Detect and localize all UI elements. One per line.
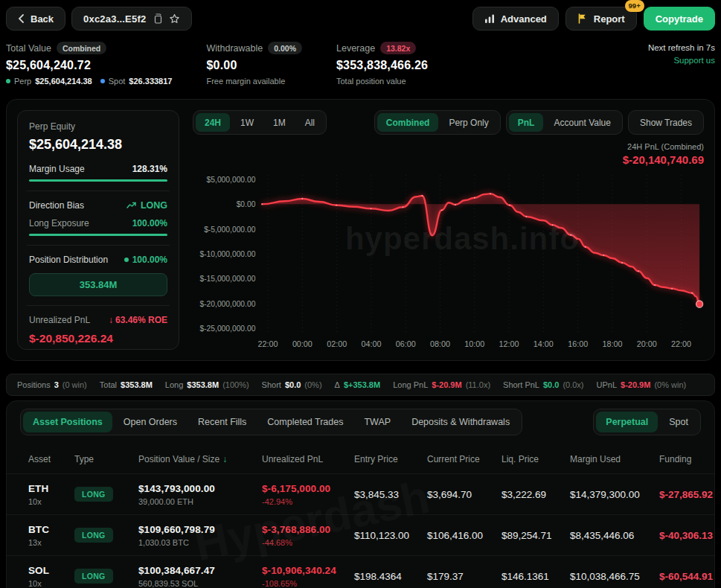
- svg-text:$-25,000,000.00: $-25,000,000.00: [199, 325, 255, 333]
- show-trades-button[interactable]: Show Trades: [631, 113, 701, 132]
- summary-item--: Δ$+353.8M: [335, 380, 381, 389]
- entry-price-cell: $110,123.00: [354, 528, 427, 542]
- perp-value: $25,604,214.38: [35, 77, 92, 86]
- view-tab-pnl[interactable]: PnL: [509, 113, 544, 132]
- svg-text:14:00: 14:00: [533, 339, 554, 348]
- position-distribution-label: Position Distribution: [29, 255, 108, 265]
- market-tab-spot[interactable]: Spot: [659, 412, 698, 432]
- range-tab-1m[interactable]: 1M: [264, 113, 295, 132]
- perp-label: Perp: [14, 77, 31, 86]
- position-row-eth[interactable]: ETH10xLONG$143,793,000.0039,000.00 ETH$-…: [7, 473, 714, 514]
- back-button[interactable]: Back: [6, 7, 65, 31]
- col-header-asset[interactable]: Asset: [28, 454, 74, 464]
- tab-deposits-withdrawals[interactable]: Deposits & Withdrawals: [402, 412, 519, 432]
- advanced-button[interactable]: Advanced: [472, 7, 559, 31]
- combined-badge: Combined: [57, 42, 106, 54]
- range-tab-all[interactable]: All: [296, 113, 324, 132]
- copy-icon[interactable]: [153, 13, 162, 24]
- leverage-label: Leverage: [336, 43, 375, 54]
- position-row-sol[interactable]: SOL10xLONG$100,384,667.47560,839.53 SOL$…: [7, 555, 714, 588]
- leverage-badge: 13.82x: [380, 42, 416, 54]
- tab-recent-fills[interactable]: Recent Fills: [188, 412, 256, 432]
- star-icon[interactable]: [169, 13, 180, 25]
- position-row-btc[interactable]: BTC13xLONG$109,660,798.791,030.03 BTC$-3…: [7, 514, 714, 555]
- unrealized-pnl-cell: $-6,175,000.00-42.94%: [262, 483, 354, 506]
- back-label: Back: [31, 13, 54, 25]
- table-header: AssetTypePosition Value / Size↓Unrealize…: [7, 447, 714, 473]
- summary-value: $353.8M: [187, 380, 219, 389]
- advanced-label: Advanced: [501, 13, 547, 25]
- range-tab-24h[interactable]: 24H: [196, 113, 230, 132]
- range-tab-1w[interactable]: 1W: [231, 113, 263, 132]
- summary-value: 3: [54, 380, 59, 389]
- svg-text:16:00: 16:00: [568, 339, 588, 348]
- direction-bias-label: Direction Bias: [29, 200, 84, 211]
- report-count-badge: 99+: [625, 0, 644, 12]
- chart-pnl-header: 24H PnL (Combined) $-20,140,740.69: [193, 142, 704, 166]
- svg-text:$5,000,000.00: $5,000,000.00: [207, 176, 256, 184]
- distribution-button[interactable]: 353.84M: [29, 273, 167, 296]
- col-header-unrealized-pnl[interactable]: Unrealized PnL: [262, 454, 354, 464]
- entry-price-cell: $3,845.33: [354, 488, 427, 501]
- summary-label: Positions: [17, 380, 51, 389]
- col-header-position-value-size[interactable]: Position Value / Size↓: [138, 454, 262, 464]
- col-header-funding[interactable]: Funding: [659, 454, 714, 464]
- support-us-link[interactable]: Support us: [648, 56, 715, 65]
- report-button[interactable]: Report: [565, 7, 637, 31]
- leverage-sub: Total position value: [336, 77, 406, 86]
- tab-open-orders[interactable]: Open Orders: [114, 412, 187, 432]
- svg-text:10:00: 10:00: [464, 339, 484, 348]
- topbar-actions: Advanced Report 99+ Copytrade: [472, 7, 715, 31]
- svg-text:06:00: 06:00: [396, 339, 416, 348]
- asset-cell: SOL10x: [28, 565, 74, 588]
- summary-value: $-20.9M: [432, 380, 461, 389]
- sort-desc-icon[interactable]: ↓: [222, 454, 227, 464]
- margin-usage-value: 128.31%: [132, 164, 167, 174]
- unrealized-pnl-cell: $-3,768,886.00-44.68%: [262, 524, 354, 547]
- svg-text:22:00: 22:00: [258, 339, 278, 348]
- tab-asset-positions[interactable]: Asset Positions: [23, 412, 112, 432]
- col-header-current-price[interactable]: Current Price: [427, 454, 502, 464]
- position-value-cell: $100,384,667.47560,839.53 SOL: [138, 565, 262, 588]
- market-tab-perpetual[interactable]: Perpetual: [596, 412, 658, 432]
- liq-price-cell: $89,254.71: [502, 528, 570, 542]
- long-exposure-value: 100.00%: [132, 218, 167, 229]
- view-tab-account-value[interactable]: Account Value: [545, 113, 620, 132]
- col-header-liq-price[interactable]: Liq. Price: [502, 454, 570, 464]
- wallet-address-pill[interactable]: 0xc2a3...E5f2: [71, 7, 192, 31]
- summary-extra: (0 win): [63, 380, 87, 389]
- svg-text:00:00: 00:00: [292, 339, 313, 348]
- col-header-entry-price[interactable]: Entry Price: [354, 454, 427, 464]
- position-value-cell: $109,660,798.791,030.03 BTC: [138, 524, 262, 547]
- summary-item-long: Long$353.8M(100%): [165, 380, 249, 389]
- col-header-type[interactable]: Type: [74, 454, 138, 464]
- svg-text:08:00: 08:00: [430, 339, 450, 348]
- report-label: Report: [594, 13, 625, 25]
- svg-text:$0.00: $0.00: [237, 200, 256, 208]
- summary-item-positions: Positions3(0 win): [17, 380, 87, 389]
- divider: [27, 305, 170, 306]
- current-price-cell: $179.37: [427, 569, 502, 583]
- summary-label: Short: [262, 380, 281, 389]
- withdrawable-badge: 0.00%: [268, 42, 302, 54]
- mode-tab-combined[interactable]: Combined: [377, 113, 439, 132]
- positions-summary-bar: Positions3(0 win)Total$353.8MLong$353.8M…: [6, 374, 715, 396]
- copytrade-button[interactable]: Copytrade: [644, 7, 715, 31]
- current-price-cell: $3,694.70: [427, 488, 502, 501]
- stat-leverage: Leverage 13.82x $353,838,466.26 Total po…: [336, 42, 428, 86]
- col-header-label: Liq. Price: [502, 454, 539, 464]
- asset-cell: BTC13x: [28, 524, 74, 547]
- col-header-margin-used[interactable]: Margin Used: [570, 454, 659, 464]
- current-price-cell: $106,416.00: [427, 528, 502, 542]
- tab-twap[interactable]: TWAP: [354, 412, 400, 432]
- roe-down-icon: ↓: [109, 315, 113, 325]
- unrealized-pnl-cell: $-10,906,340.24-108.65%: [262, 565, 354, 588]
- tab-completed-trades[interactable]: Completed Trades: [257, 412, 353, 432]
- svg-text:$-10,000,000.00: $-10,000,000.00: [199, 250, 255, 258]
- pnl-chart[interactable]: 22:0000:0002:0004:0006:0008:0010:0012:00…: [193, 167, 704, 352]
- mode-tab-perp-only[interactable]: Perp Only: [440, 113, 497, 132]
- spot-dot-icon: [100, 79, 105, 83]
- liq-price-cell: $146.1361: [502, 569, 570, 583]
- bar-chart-icon: [484, 13, 495, 24]
- mode-tabs: CombinedPerp Only: [374, 110, 501, 135]
